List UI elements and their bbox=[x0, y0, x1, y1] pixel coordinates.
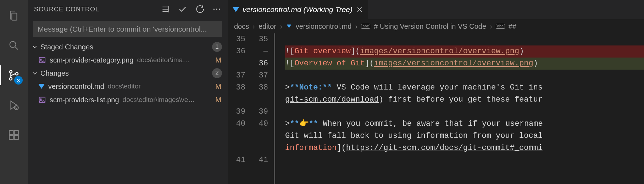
activity-bar: 3 bbox=[0, 0, 28, 184]
code-line[interactable] bbox=[285, 154, 644, 166]
file-status: M bbox=[213, 82, 221, 91]
chevron-down-icon bbox=[31, 43, 38, 50]
file-status: M bbox=[213, 56, 221, 64]
svg-point-11 bbox=[219, 9, 220, 10]
file-name: versioncontrol.md bbox=[48, 82, 104, 91]
line-number bbox=[228, 130, 245, 142]
svg-rect-6 bbox=[14, 130, 18, 134]
svg-point-0 bbox=[10, 42, 16, 48]
file-path: docs\editor\images\ve… bbox=[123, 96, 210, 104]
line-number: 39 bbox=[250, 106, 268, 118]
scm-badge: 3 bbox=[14, 76, 23, 85]
panel-header: SOURCE CONTROL bbox=[28, 0, 228, 18]
source-control-panel: SOURCE CONTROL Staged Changes 1 scm-prov… bbox=[28, 0, 228, 184]
close-icon[interactable] bbox=[356, 6, 363, 13]
editor: versioncontrol.md (Working Tree) docs › … bbox=[228, 0, 644, 184]
search-icon bbox=[8, 39, 20, 52]
code-line[interactable] bbox=[285, 70, 644, 82]
refresh-icon[interactable] bbox=[195, 5, 204, 14]
line-number: 37 bbox=[228, 70, 245, 82]
markdown-file-icon bbox=[287, 25, 291, 28]
more-icon[interactable] bbox=[212, 5, 221, 14]
svg-point-10 bbox=[216, 9, 217, 10]
file-name: scm-providers-list.png bbox=[50, 96, 119, 104]
tab-title: versioncontrol.md (Working Tree) bbox=[243, 5, 352, 14]
diff-editor[interactable]: 35363738394041 35—363738394041 ![Git ove… bbox=[228, 33, 644, 184]
code-line[interactable]: information](https://git-scm.com/docs/gi… bbox=[285, 142, 644, 154]
activity-extensions[interactable] bbox=[0, 125, 28, 145]
file-row[interactable]: versioncontrol.md docs\editor M bbox=[28, 80, 228, 93]
panel-title: SOURCE CONTROL bbox=[34, 6, 161, 13]
line-number: 40 bbox=[228, 118, 245, 130]
chevron-right-icon: › bbox=[490, 22, 492, 31]
markdown-file-icon bbox=[233, 7, 239, 12]
svg-point-3 bbox=[16, 72, 18, 75]
breadcrumb-segment[interactable]: ## bbox=[509, 22, 516, 31]
line-number bbox=[250, 142, 268, 154]
group-count-badge: 1 bbox=[212, 42, 222, 52]
file-name: scm-provider-category.png bbox=[50, 56, 133, 64]
tab-bar: versioncontrol.md (Working Tree) bbox=[228, 0, 644, 19]
code-line[interactable] bbox=[285, 33, 644, 45]
activity-search[interactable] bbox=[0, 36, 28, 55]
line-number: 35 bbox=[228, 33, 245, 45]
line-number: 37 bbox=[250, 70, 268, 82]
activity-source-control[interactable]: 3 bbox=[0, 65, 28, 85]
svg-point-15 bbox=[40, 99, 41, 100]
line-number: 41 bbox=[250, 154, 268, 166]
breadcrumb-segment[interactable]: editor bbox=[259, 22, 276, 31]
code-line[interactable]: Git will fall back to using information … bbox=[285, 130, 644, 142]
code-line[interactable]: git-scm.com/download) first before you g… bbox=[285, 94, 644, 106]
line-number: 38 bbox=[250, 82, 268, 94]
group-changes[interactable]: Changes 2 bbox=[28, 67, 228, 80]
svg-rect-8 bbox=[14, 135, 18, 139]
code-line[interactable]: ![Git overview](images/versioncontrol/ov… bbox=[285, 45, 644, 58]
gutter: 35363738394041 35—363738394041 bbox=[228, 33, 277, 184]
breadcrumb-segment[interactable]: # Using Version Control in VS Code bbox=[374, 22, 486, 31]
chevron-right-icon: › bbox=[252, 22, 255, 31]
line-number: 35 bbox=[250, 33, 268, 45]
code-line[interactable] bbox=[285, 106, 644, 118]
image-file-icon bbox=[38, 96, 46, 104]
breadcrumb[interactable]: docs › editor › versioncontrol.md › abc … bbox=[228, 19, 644, 33]
line-number bbox=[228, 94, 245, 106]
markdown-file-icon bbox=[38, 84, 45, 89]
svg-rect-5 bbox=[9, 130, 13, 134]
chevron-right-icon: › bbox=[355, 22, 357, 31]
svg-point-9 bbox=[213, 9, 215, 10]
svg-rect-7 bbox=[9, 135, 13, 139]
line-number bbox=[228, 58, 245, 70]
chevron-down-icon bbox=[31, 70, 38, 77]
line-number: 41 bbox=[228, 154, 245, 166]
heading-icon: abc bbox=[361, 24, 370, 29]
editor-tab[interactable]: versioncontrol.md (Working Tree) bbox=[228, 0, 368, 19]
file-status: M bbox=[213, 96, 221, 104]
code-line[interactable]: >**Note:** VS Code will leverage your ma… bbox=[285, 82, 644, 94]
group-label: Changes bbox=[40, 69, 212, 77]
image-file-icon bbox=[38, 56, 46, 64]
line-number: 36 bbox=[250, 58, 268, 70]
group-staged-changes[interactable]: Staged Changes 1 bbox=[28, 40, 228, 53]
chevron-right-icon: › bbox=[280, 22, 282, 31]
activity-explorer[interactable] bbox=[0, 6, 28, 26]
commit-message-input[interactable] bbox=[33, 21, 222, 37]
panel-actions bbox=[161, 5, 221, 14]
file-row[interactable]: scm-providers-list.png docs\editor\image… bbox=[28, 93, 228, 107]
file-row[interactable]: scm-provider-category.png docs\editor\im… bbox=[28, 53, 228, 67]
code-content[interactable]: ![Git overview](images/versioncontrol/ov… bbox=[277, 33, 644, 184]
code-line[interactable]: ![Overview of Git](images/versioncontrol… bbox=[285, 58, 644, 70]
activity-debug[interactable] bbox=[0, 95, 28, 115]
line-number bbox=[250, 94, 268, 106]
line-number: 39 bbox=[228, 106, 245, 118]
code-line[interactable]: >**👉** When you commit, be aware that if… bbox=[285, 118, 644, 130]
view-tree-icon[interactable] bbox=[161, 5, 170, 14]
svg-point-2 bbox=[10, 77, 12, 80]
line-number bbox=[228, 142, 245, 154]
group-label: Staged Changes bbox=[40, 43, 212, 51]
line-number: 40 bbox=[250, 118, 268, 130]
debug-icon bbox=[8, 99, 20, 111]
commit-check-icon[interactable] bbox=[178, 5, 187, 14]
breadcrumb-segment[interactable]: docs bbox=[234, 22, 249, 31]
breadcrumb-segment[interactable]: versioncontrol.md bbox=[296, 22, 352, 31]
line-number: 38 bbox=[228, 82, 245, 94]
